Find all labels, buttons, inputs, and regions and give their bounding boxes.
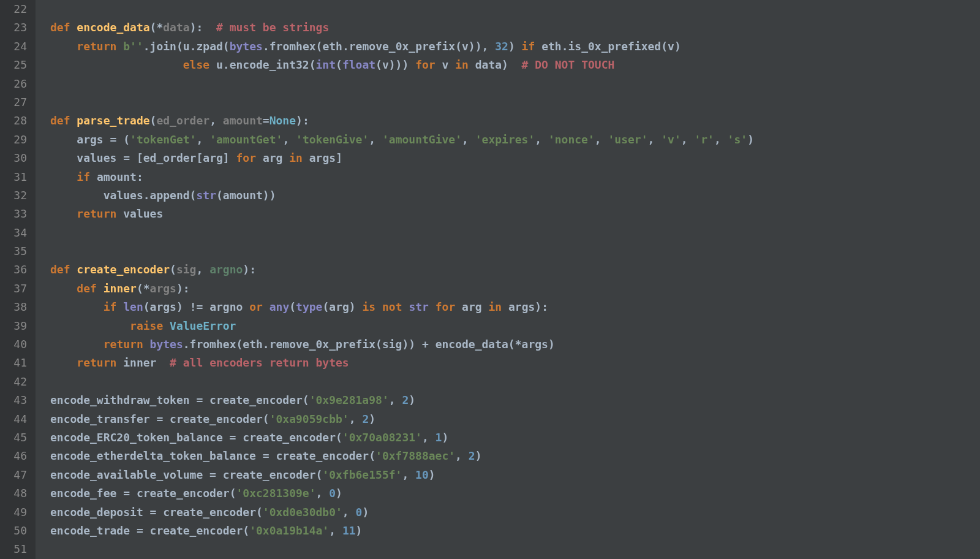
code-line[interactable]: encode_etherdelta_token_balance = create…	[50, 447, 980, 465]
line-number: 45	[5, 428, 27, 447]
code-area[interactable]: def encode_data(*data): # must be string…	[36, 0, 980, 559]
line-number: 40	[5, 335, 27, 354]
code-line[interactable]: encode_fee = create_encoder('0xc281309e'…	[50, 484, 980, 503]
code-line[interactable]: if len(args) != argno or any(type(arg) i…	[50, 298, 980, 316]
line-number: 43	[5, 391, 27, 409]
code-line[interactable]: encode_ERC20_token_balance = create_enco…	[50, 428, 980, 447]
code-line[interactable]: values = [ed_order[arg] for arg in args]	[50, 149, 980, 167]
line-number: 48	[5, 484, 27, 503]
code-line[interactable]: encode_available_volume = create_encoder…	[50, 466, 980, 484]
code-line[interactable]: return b''.join(u.zpad(bytes.fromhex(eth…	[50, 37, 980, 56]
line-number: 37	[5, 280, 27, 298]
line-number: 26	[5, 75, 27, 93]
line-number: 36	[5, 260, 27, 279]
code-line[interactable]: if amount:	[50, 168, 980, 186]
code-line[interactable]	[50, 0, 980, 18]
code-line[interactable]	[50, 373, 980, 391]
code-editor[interactable]: 2223242526272829303132333435363738394041…	[0, 0, 980, 559]
line-number: 42	[5, 373, 27, 391]
code-line[interactable]: return values	[50, 205, 980, 223]
line-number: 50	[5, 522, 27, 540]
line-number: 24	[5, 37, 27, 56]
code-line[interactable]: return bytes.fromhex(eth.remove_0x_prefi…	[50, 335, 980, 354]
line-number: 47	[5, 466, 27, 484]
code-line[interactable]	[50, 224, 980, 242]
code-line[interactable]: raise ValueError	[50, 317, 980, 335]
code-line[interactable]: args = ('tokenGet', 'amountGet', 'tokenG…	[50, 131, 980, 149]
code-line[interactable]: values.append(str(amount))	[50, 186, 980, 205]
code-line[interactable]: encode_transfer = create_encoder('0xa905…	[50, 410, 980, 428]
line-number: 46	[5, 447, 27, 465]
code-line[interactable]: encode_withdraw_token = create_encoder('…	[50, 391, 980, 409]
code-line[interactable]: return inner # all encoders return bytes	[50, 354, 980, 372]
code-line[interactable]	[50, 75, 980, 93]
line-number: 41	[5, 354, 27, 372]
line-number: 34	[5, 224, 27, 242]
code-line[interactable]: def inner(*args):	[50, 280, 980, 298]
code-line[interactable]: encode_deposit = create_encoder('0xd0e30…	[50, 503, 980, 522]
line-number: 33	[5, 205, 27, 223]
line-number: 44	[5, 410, 27, 428]
code-line[interactable]: def parse_trade(ed_order, amount=None):	[50, 112, 980, 130]
line-number-gutter: 2223242526272829303132333435363738394041…	[0, 0, 36, 559]
line-number: 28	[5, 112, 27, 130]
line-number: 38	[5, 298, 27, 316]
code-line[interactable]: def encode_data(*data): # must be string…	[50, 18, 980, 37]
line-number: 25	[5, 56, 27, 74]
line-number: 23	[5, 18, 27, 37]
code-line[interactable]: else u.encode_int32(int(float(v))) for v…	[50, 56, 980, 74]
code-line[interactable]	[50, 93, 980, 112]
line-number: 51	[5, 540, 27, 558]
line-number: 31	[5, 168, 27, 186]
line-number: 32	[5, 186, 27, 205]
line-number: 39	[5, 317, 27, 335]
line-number: 29	[5, 131, 27, 149]
code-line[interactable]: encode_trade = create_encoder('0x0a19b14…	[50, 522, 980, 540]
code-line[interactable]: def create_encoder(sig, argno):	[50, 260, 980, 279]
line-number: 30	[5, 149, 27, 167]
code-line[interactable]	[50, 540, 980, 558]
line-number: 35	[5, 242, 27, 260]
line-number: 22	[5, 0, 27, 18]
code-line[interactable]	[50, 242, 980, 260]
line-number: 27	[5, 93, 27, 112]
line-number: 49	[5, 503, 27, 522]
